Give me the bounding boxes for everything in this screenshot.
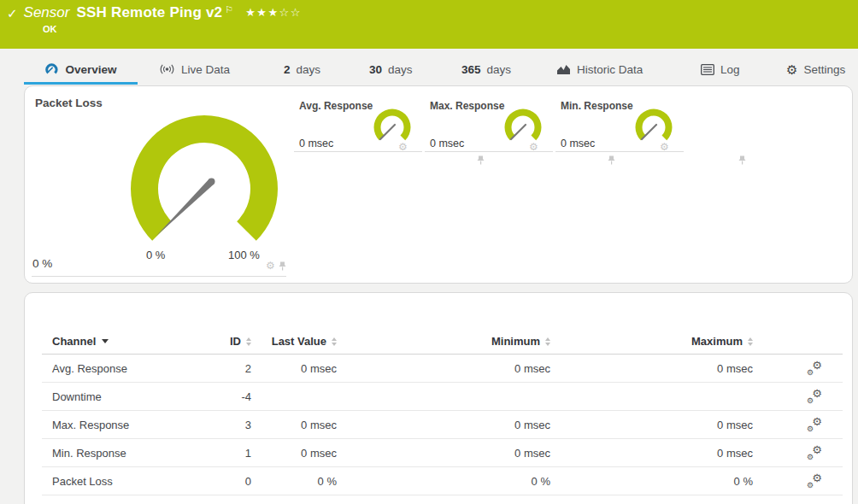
gauge-needle <box>380 125 395 139</box>
stars-empty[interactable]: ☆☆ <box>279 6 302 19</box>
id-cell: 3 <box>191 419 251 431</box>
gauge-settings-icon[interactable]: ⚙ <box>266 261 275 271</box>
table-row: Avg. Response 2 0 msec 0 msec 0 msec ⚙⚙ <box>42 355 843 383</box>
divider <box>32 276 286 277</box>
id-cell: 0 <box>191 475 251 488</box>
last-value-cell: 0 msec <box>251 362 337 375</box>
small-gauge <box>373 108 414 146</box>
divider <box>425 151 553 152</box>
gauge-needle-hub <box>209 179 215 185</box>
small-gauge <box>634 108 675 146</box>
column-header-channel[interactable]: Channel <box>42 335 191 348</box>
channel-cell[interactable]: Avg. Response <box>42 362 191 375</box>
maximum-cell: 0 % <box>550 475 753 488</box>
channel-cell[interactable]: Min. Response <box>42 447 191 460</box>
tab-30-days[interactable]: 30 days <box>369 56 413 82</box>
minimum-cell: 0 % <box>337 475 550 488</box>
id-cell: 2 <box>191 362 251 375</box>
chart-icon <box>556 63 571 75</box>
pin-icon[interactable] <box>477 155 485 165</box>
tab-log[interactable]: Log <box>701 56 740 82</box>
id-cell: 1 <box>191 447 251 460</box>
table-row: Max. Response 3 0 msec 0 msec 0 msec ⚙⚙ <box>42 411 843 439</box>
sort-desc-icon <box>102 339 109 343</box>
small-gauge-block: Max. Response 0 msec ⚙ <box>425 95 553 156</box>
priority-stars[interactable]: ★★★☆☆ <box>245 6 302 19</box>
last-value-cell: 0 msec <box>251 419 337 431</box>
minimum-cell: 0 msec <box>337 362 550 375</box>
flag-icon[interactable]: ⚐ <box>225 4 233 15</box>
divider <box>294 151 422 152</box>
gauges-panel: Packet Loss 0 % 100 % 0 % ⚙ Avg. Respons… <box>24 85 853 284</box>
minimum-cell: 0 msec <box>337 447 550 460</box>
channel-cell[interactable]: Max. Response <box>42 419 191 431</box>
small-gauge-block: Avg. Response 0 msec ⚙ <box>294 95 422 156</box>
live-icon <box>159 63 175 75</box>
tab-bar: Overview Live Data 2 days 30 days 365 da… <box>0 56 858 85</box>
tab-settings[interactable]: ⚙ Settings <box>786 56 845 82</box>
id-cell: -4 <box>191 390 251 403</box>
pin-icon[interactable] <box>279 261 286 271</box>
gauge-arc <box>131 115 278 241</box>
log-icon <box>701 64 714 75</box>
channel-settings-gears-icon[interactable]: ⚙⚙ <box>807 418 822 432</box>
primary-gauge-title: Packet Loss <box>35 97 103 109</box>
sensor-title: SSH Remote Ping v2 <box>76 4 222 21</box>
tab-overview[interactable]: Overview <box>24 56 138 85</box>
gauge-needle <box>642 125 656 139</box>
gauge-toolbar: ⚙ <box>266 261 286 271</box>
column-header-minimum[interactable]: Minimum <box>337 335 550 348</box>
table-row: Downtime -4 ⚙⚙ <box>42 383 843 411</box>
divider <box>555 151 684 152</box>
status-badge: OK <box>43 24 57 34</box>
small-gauge <box>503 108 544 146</box>
channel-settings-gears-icon[interactable]: ⚙⚙ <box>807 361 822 376</box>
table-row: Packet Loss 0 0 % 0 % 0 % ⚙⚙ <box>42 467 843 495</box>
tab-live-data[interactable]: Live Data <box>159 56 230 82</box>
gauge-scale-min: 0 % <box>146 249 165 261</box>
packet-loss-gauge <box>126 110 284 245</box>
channel-cell[interactable]: Downtime <box>42 390 191 403</box>
column-header-maximum[interactable]: Maximum <box>550 335 753 348</box>
column-header-last-value[interactable]: Last Value <box>251 335 337 348</box>
last-value-cell: 0 msec <box>251 447 337 460</box>
primary-gauge-value: 0 % <box>32 257 52 270</box>
gauge-needle <box>511 125 526 139</box>
channel-settings-gears-icon[interactable]: ⚙⚙ <box>807 474 822 489</box>
minimum-cell: 0 msec <box>337 419 550 431</box>
channel-settings-gears-icon[interactable]: ⚙⚙ <box>807 390 822 404</box>
last-value-cell: 0 % <box>251 475 337 488</box>
table-header-row: Channel ID Last Value Minimum Maximum <box>42 329 843 355</box>
ok-check-icon: ✓ <box>7 6 18 21</box>
table-row: Min. Response 1 0 msec 0 msec 0 msec ⚙⚙ <box>42 439 843 467</box>
channel-cell[interactable]: Packet Loss <box>42 475 191 488</box>
maximum-cell: 0 msec <box>550 447 753 460</box>
tab-historic-data[interactable]: Historic Data <box>556 56 643 82</box>
pin-icon[interactable] <box>738 155 746 165</box>
object-kind-label: Sensor <box>24 4 70 21</box>
tab-365-days[interactable]: 365 days <box>461 56 511 82</box>
gauge-icon <box>44 62 59 76</box>
pin-icon[interactable] <box>608 155 615 165</box>
channel-settings-gears-icon[interactable]: ⚙⚙ <box>807 446 822 460</box>
gauge-scale-max: 100 % <box>228 249 260 261</box>
sensor-status-header: ✓ Sensor SSH Remote Ping v2 ⚐ ★★★☆☆ OK <box>0 0 858 49</box>
stars-filled[interactable]: ★★★ <box>245 6 279 19</box>
channels-panel: Channel ID Last Value Minimum Maximum Av… <box>24 292 853 504</box>
column-header-id[interactable]: ID <box>191 335 251 348</box>
gear-icon: ⚙ <box>786 63 797 76</box>
maximum-cell: 0 msec <box>550 362 753 375</box>
maximum-cell: 0 msec <box>550 419 753 431</box>
sort-icon <box>748 337 753 346</box>
gauge-needle <box>156 179 214 237</box>
tab-2-days[interactable]: 2 days <box>284 56 320 82</box>
small-gauge-block: Min. Response 0 msec ⚙ <box>555 95 684 156</box>
channels-table: Channel ID Last Value Minimum Maximum Av… <box>42 329 843 495</box>
